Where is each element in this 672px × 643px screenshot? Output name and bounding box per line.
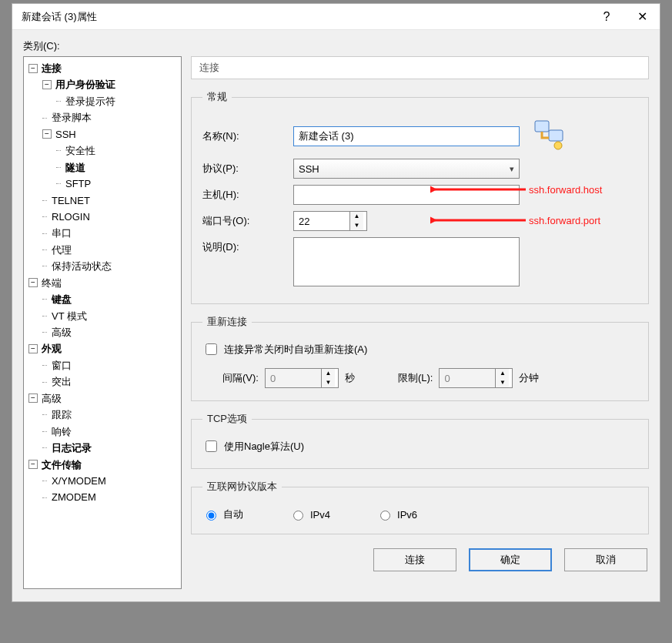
- nagle-checkbox[interactable]: [206, 440, 217, 452]
- tree-item[interactable]: 登录脚本: [25, 109, 179, 126]
- ip-auto-option[interactable]: 自动: [202, 507, 243, 521]
- tree-item-label: SSH: [54, 126, 78, 142]
- tree-item[interactable]: TELNET: [25, 193, 179, 209]
- tree-connector: [42, 414, 47, 415]
- tree-item[interactable]: −连接: [25, 60, 179, 76]
- tree-connector: [42, 200, 47, 201]
- ip-v4-label: IPv4: [310, 509, 330, 521]
- tree-item[interactable]: −高级: [25, 390, 179, 407]
- tree-connector: [42, 431, 47, 432]
- name-label: 名称(N):: [202, 129, 293, 143]
- tree-item-label: 高级: [50, 324, 73, 340]
- tree-connector: [42, 382, 47, 383]
- tree-item-label: 日志记录: [50, 440, 93, 456]
- tree-item-label: TELNET: [50, 193, 92, 209]
- tcp-legend: TCP选项: [202, 412, 252, 426]
- tree-item[interactable]: 键盘: [25, 291, 179, 307]
- tree-item[interactable]: X/YMODEM: [25, 473, 179, 489]
- ip-auto-label: 自动: [223, 507, 243, 521]
- collapse-icon[interactable]: −: [28, 278, 38, 287]
- tree-item[interactable]: 代理: [25, 242, 179, 258]
- tcp-group: TCP选项 使用Nagle算法(U): [191, 412, 649, 469]
- tree-item[interactable]: 跟踪: [25, 407, 179, 423]
- desc-textarea[interactable]: [293, 237, 520, 286]
- port-label: 端口号(O):: [202, 214, 293, 228]
- tree-item[interactable]: −文件传输: [25, 457, 179, 473]
- collapse-icon[interactable]: −: [28, 64, 38, 73]
- tree-item[interactable]: VT 模式: [25, 308, 179, 324]
- collapse-icon[interactable]: −: [28, 460, 38, 469]
- connect-button[interactable]: 连接: [373, 548, 456, 571]
- collapse-icon[interactable]: −: [28, 344, 38, 353]
- ipver-group: 互联网协议版本 自动 IPv4 IPv6: [191, 480, 649, 534]
- collapse-icon[interactable]: −: [42, 129, 52, 139]
- interval-unit: 秒: [345, 371, 355, 385]
- tree-item[interactable]: 响铃: [25, 424, 179, 440]
- tree-item[interactable]: −终端: [25, 275, 179, 291]
- tree-item[interactable]: RLOGIN: [25, 209, 179, 225]
- spin-buttons[interactable]: ▲ ▼: [349, 212, 363, 230]
- tree-item-label: VT 模式: [50, 308, 89, 324]
- ip-v6-option[interactable]: IPv6: [376, 508, 417, 521]
- ipver-legend: 互联网协议版本: [202, 480, 282, 494]
- spin-up-icon: ▲: [496, 369, 509, 378]
- category-tree[interactable]: −连接−用户身份验证登录提示符登录脚本−SSH安全性隧道SFTPTELNETRL…: [23, 56, 182, 589]
- session-properties-dialog: 新建会话 (3)属性 ? ✕ 类别(C): −连接−用户身份验证登录提示符登录脚…: [12, 3, 660, 602]
- collapse-icon[interactable]: −: [42, 80, 52, 89]
- tree-connector: [42, 316, 47, 316]
- ip-v6-radio[interactable]: [380, 511, 390, 521]
- tree-connector: [42, 332, 47, 333]
- tree-item[interactable]: 串口: [25, 225, 179, 241]
- ip-v4-option[interactable]: IPv4: [289, 508, 330, 521]
- host-input[interactable]: [293, 185, 520, 205]
- reconnect-group: 重新连接 连接异常关闭时自动重新连接(A) 间隔(V): ▲: [191, 315, 649, 401]
- spin-down-icon: ▼: [496, 378, 509, 387]
- tree-item-label: 终端: [40, 275, 63, 291]
- tree-item[interactable]: −用户身份验证: [25, 76, 179, 92]
- tree-item[interactable]: 保持活动状态: [25, 258, 179, 274]
- tree-connector: [42, 249, 47, 250]
- svg-point-2: [554, 142, 562, 149]
- tree-item-label: 高级: [40, 390, 63, 407]
- section-header: 连接: [191, 56, 649, 79]
- spin-up-icon: ▲: [322, 369, 335, 378]
- tree-item[interactable]: 登录提示符: [25, 93, 179, 109]
- tree-item[interactable]: ZMODEM: [25, 489, 179, 505]
- cancel-button[interactable]: 取消: [564, 548, 647, 571]
- tree-item[interactable]: −SSH: [25, 126, 179, 142]
- port-input[interactable]: [294, 212, 349, 230]
- tree-connector: [56, 183, 61, 184]
- tree-connector: [56, 150, 61, 151]
- limit-spinner: ▲ ▼: [439, 368, 513, 388]
- ip-v4-radio[interactable]: [293, 511, 303, 521]
- tree-item[interactable]: 安全性: [25, 142, 179, 159]
- tree-connector: [42, 481, 47, 481]
- port-spinner[interactable]: ▲ ▼: [293, 211, 367, 231]
- tree-item[interactable]: SFTP: [25, 176, 179, 192]
- tree-item-label: 外观: [40, 340, 63, 357]
- protocol-select[interactable]: SSH ▾: [293, 159, 520, 179]
- ip-auto-radio[interactable]: [206, 511, 216, 521]
- spin-up-icon[interactable]: ▲: [350, 212, 363, 221]
- tree-item[interactable]: −外观: [25, 340, 179, 357]
- interval-label: 间隔(V):: [222, 371, 259, 385]
- auto-reconnect-label: 连接异常关闭时自动重新连接(A): [224, 343, 367, 357]
- auto-reconnect-checkbox[interactable]: [206, 343, 217, 355]
- tree-item-label: RLOGIN: [50, 209, 92, 225]
- tree-item[interactable]: 突出: [25, 373, 179, 390]
- tree-connector: [42, 299, 47, 300]
- close-button[interactable]: ✕: [624, 4, 660, 29]
- tree-item[interactable]: 窗口: [25, 357, 179, 373]
- tree-item[interactable]: 日志记录: [25, 440, 179, 456]
- tree-connector: [42, 447, 47, 448]
- ok-button[interactable]: 确定: [469, 548, 552, 571]
- tree-item[interactable]: 高级: [25, 324, 179, 340]
- help-button[interactable]: ?: [589, 4, 624, 29]
- protocol-label: 协议(P):: [202, 162, 293, 176]
- tree-item[interactable]: 隧道: [25, 159, 179, 176]
- collapse-icon[interactable]: −: [28, 394, 38, 403]
- general-legend: 常规: [202, 90, 232, 104]
- name-input[interactable]: [293, 126, 520, 146]
- spin-down-icon[interactable]: ▼: [350, 221, 363, 230]
- ip-v6-label: IPv6: [397, 509, 417, 521]
